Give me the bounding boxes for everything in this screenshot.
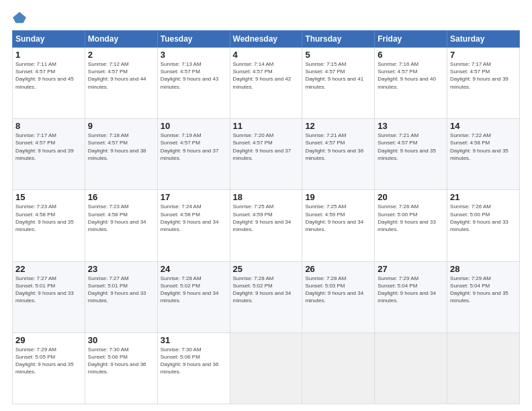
day-info: Sunrise: 7:11 AMSunset: 4:57 PMDaylight:… (15, 61, 74, 90)
calendar-cell: 23 Sunrise: 7:27 AMSunset: 5:01 PMDaylig… (85, 261, 157, 332)
column-header-monday: Monday (85, 31, 157, 48)
day-number: 23 (88, 264, 154, 274)
logo-icon (12, 10, 27, 25)
day-number: 17 (161, 192, 227, 202)
day-number: 31 (161, 335, 227, 345)
day-number: 26 (305, 264, 371, 274)
calendar-cell: 27 Sunrise: 7:29 AMSunset: 5:04 PMDaylig… (375, 261, 447, 332)
day-info: Sunrise: 7:21 AMSunset: 4:57 PMDaylight:… (305, 132, 363, 161)
calendar-cell: 21 Sunrise: 7:26 AMSunset: 5:00 PMDaylig… (447, 190, 520, 261)
day-info: Sunrise: 7:28 AMSunset: 5:02 PMDaylight:… (233, 275, 292, 304)
calendar-cell: 29 Sunrise: 7:29 AMSunset: 5:05 PMDaylig… (13, 332, 85, 404)
day-info: Sunrise: 7:20 AMSunset: 4:57 PMDaylight:… (233, 132, 292, 161)
page: SundayMondayTuesdayWednesdayThursdayFrid… (0, 0, 532, 411)
day-number: 28 (450, 264, 517, 274)
day-number: 16 (88, 192, 154, 202)
day-info: Sunrise: 7:29 AMSunset: 5:04 PMDaylight:… (450, 275, 508, 304)
column-header-tuesday: Tuesday (157, 31, 230, 48)
calendar-cell (375, 332, 447, 404)
day-info: Sunrise: 7:23 AMSunset: 4:58 PMDaylight:… (88, 203, 146, 232)
calendar-cell: 28 Sunrise: 7:29 AMSunset: 5:04 PMDaylig… (447, 261, 520, 332)
calendar-cell: 5 Sunrise: 7:15 AMSunset: 4:57 PMDayligh… (302, 48, 375, 119)
day-number: 19 (305, 192, 371, 202)
calendar-cell: 9 Sunrise: 7:18 AMSunset: 4:57 PMDayligh… (85, 119, 157, 190)
logo (12, 10, 28, 25)
calendar-cell (230, 332, 302, 404)
day-info: Sunrise: 7:29 AMSunset: 5:04 PMDaylight:… (378, 275, 436, 304)
calendar-cell: 31 Sunrise: 7:30 AMSunset: 5:06 PMDaylig… (157, 332, 230, 404)
calendar-cell: 15 Sunrise: 7:23 AMSunset: 4:58 PMDaylig… (13, 190, 85, 261)
svg-marker-0 (13, 12, 26, 24)
day-info: Sunrise: 7:25 AMSunset: 4:59 PMDaylight:… (233, 203, 292, 232)
day-number: 20 (378, 192, 444, 202)
column-header-saturday: Saturday (447, 31, 520, 48)
day-info: Sunrise: 7:30 AMSunset: 5:06 PMDaylight:… (161, 347, 219, 375)
calendar-cell (302, 332, 375, 404)
day-number: 21 (450, 192, 517, 202)
calendar-cell: 11 Sunrise: 7:20 AMSunset: 4:57 PMDaylig… (230, 119, 302, 190)
day-number: 29 (15, 335, 82, 345)
calendar-cell: 19 Sunrise: 7:25 AMSunset: 4:59 PMDaylig… (302, 190, 375, 261)
day-info: Sunrise: 7:19 AMSunset: 4:57 PMDaylight:… (161, 132, 219, 161)
day-info: Sunrise: 7:13 AMSunset: 4:57 PMDaylight:… (161, 61, 219, 90)
calendar-cell: 12 Sunrise: 7:21 AMSunset: 4:57 PMDaylig… (302, 119, 375, 190)
calendar-cell: 20 Sunrise: 7:26 AMSunset: 5:00 PMDaylig… (375, 190, 447, 261)
column-header-wednesday: Wednesday (230, 31, 302, 48)
day-number: 30 (88, 335, 154, 345)
day-info: Sunrise: 7:30 AMSunset: 5:06 PMDaylight:… (88, 347, 146, 375)
calendar-cell: 30 Sunrise: 7:30 AMSunset: 5:06 PMDaylig… (85, 332, 157, 404)
calendar-cell: 6 Sunrise: 7:16 AMSunset: 4:57 PMDayligh… (375, 48, 447, 119)
calendar-cell: 13 Sunrise: 7:21 AMSunset: 4:57 PMDaylig… (375, 119, 447, 190)
day-number: 18 (233, 192, 300, 202)
day-number: 3 (161, 50, 227, 60)
day-info: Sunrise: 7:17 AMSunset: 4:57 PMDaylight:… (15, 132, 74, 161)
calendar-week-5: 29 Sunrise: 7:29 AMSunset: 5:05 PMDaylig… (13, 332, 520, 404)
day-number: 15 (15, 192, 82, 202)
calendar-cell: 7 Sunrise: 7:17 AMSunset: 4:57 PMDayligh… (447, 48, 520, 119)
calendar-cell: 24 Sunrise: 7:28 AMSunset: 5:02 PMDaylig… (157, 261, 230, 332)
day-number: 12 (305, 121, 371, 131)
day-info: Sunrise: 7:23 AMSunset: 4:58 PMDaylight:… (15, 203, 74, 232)
calendar-cell (447, 332, 520, 404)
calendar-cell: 3 Sunrise: 7:13 AMSunset: 4:57 PMDayligh… (157, 48, 230, 119)
day-info: Sunrise: 7:26 AMSunset: 5:00 PMDaylight:… (450, 203, 508, 232)
calendar-cell: 14 Sunrise: 7:22 AMSunset: 4:58 PMDaylig… (447, 119, 520, 190)
calendar-cell: 2 Sunrise: 7:12 AMSunset: 4:57 PMDayligh… (85, 48, 157, 119)
day-info: Sunrise: 7:22 AMSunset: 4:58 PMDaylight:… (450, 132, 508, 161)
day-number: 10 (161, 121, 227, 131)
calendar-cell: 22 Sunrise: 7:27 AMSunset: 5:01 PMDaylig… (13, 261, 85, 332)
day-info: Sunrise: 7:29 AMSunset: 5:05 PMDaylight:… (15, 347, 74, 375)
day-info: Sunrise: 7:17 AMSunset: 4:57 PMDaylight:… (450, 61, 508, 90)
day-info: Sunrise: 7:18 AMSunset: 4:57 PMDaylight:… (88, 132, 146, 161)
day-number: 9 (88, 121, 154, 131)
day-info: Sunrise: 7:27 AMSunset: 5:01 PMDaylight:… (88, 275, 146, 304)
day-info: Sunrise: 7:27 AMSunset: 5:01 PMDaylight:… (15, 275, 74, 304)
day-number: 11 (233, 121, 300, 131)
day-info: Sunrise: 7:12 AMSunset: 4:57 PMDaylight:… (88, 61, 146, 90)
day-info: Sunrise: 7:16 AMSunset: 4:57 PMDaylight:… (378, 61, 436, 90)
day-info: Sunrise: 7:26 AMSunset: 5:00 PMDaylight:… (378, 203, 436, 232)
day-number: 1 (15, 50, 82, 60)
calendar-cell: 1 Sunrise: 7:11 AMSunset: 4:57 PMDayligh… (13, 48, 85, 119)
day-info: Sunrise: 7:15 AMSunset: 4:57 PMDaylight:… (305, 61, 363, 90)
calendar-cell: 16 Sunrise: 7:23 AMSunset: 4:58 PMDaylig… (85, 190, 157, 261)
day-number: 4 (233, 50, 300, 60)
calendar-week-1: 1 Sunrise: 7:11 AMSunset: 4:57 PMDayligh… (13, 48, 520, 119)
day-info: Sunrise: 7:25 AMSunset: 4:59 PMDaylight:… (305, 203, 363, 232)
day-number: 25 (233, 264, 300, 274)
day-number: 22 (15, 264, 82, 274)
calendar-cell: 10 Sunrise: 7:19 AMSunset: 4:57 PMDaylig… (157, 119, 230, 190)
calendar-week-3: 15 Sunrise: 7:23 AMSunset: 4:58 PMDaylig… (13, 190, 520, 261)
day-info: Sunrise: 7:21 AMSunset: 4:57 PMDaylight:… (378, 132, 436, 161)
column-header-sunday: Sunday (13, 31, 85, 48)
day-info: Sunrise: 7:28 AMSunset: 5:03 PMDaylight:… (305, 275, 363, 304)
day-number: 5 (305, 50, 371, 60)
calendar-week-2: 8 Sunrise: 7:17 AMSunset: 4:57 PMDayligh… (13, 119, 520, 190)
calendar-cell: 26 Sunrise: 7:28 AMSunset: 5:03 PMDaylig… (302, 261, 375, 332)
calendar-cell: 25 Sunrise: 7:28 AMSunset: 5:02 PMDaylig… (230, 261, 302, 332)
day-number: 14 (450, 121, 517, 131)
day-info: Sunrise: 7:14 AMSunset: 4:57 PMDaylight:… (233, 61, 292, 90)
calendar-cell: 18 Sunrise: 7:25 AMSunset: 4:59 PMDaylig… (230, 190, 302, 261)
calendar-cell: 8 Sunrise: 7:17 AMSunset: 4:57 PMDayligh… (13, 119, 85, 190)
day-number: 8 (15, 121, 82, 131)
